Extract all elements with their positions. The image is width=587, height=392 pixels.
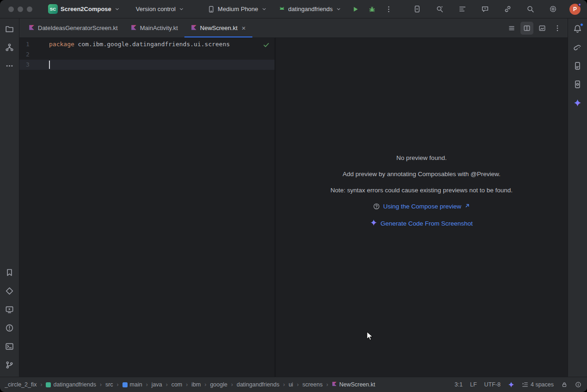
encoding-widget[interactable]: UTF-8 <box>484 381 501 388</box>
breadcrumb-item-file[interactable]: NewScreen.kt <box>332 381 375 388</box>
version-control-label: Version control <box>136 6 176 12</box>
project-folder-icon[interactable] <box>2 21 17 36</box>
structure-icon[interactable] <box>2 40 17 55</box>
project-widget[interactable]: SC Screen2Compose <box>44 2 124 16</box>
statusbar: _circle_2_fix › datingandfriends › src ›… <box>0 377 587 392</box>
gradle-icon[interactable] <box>570 40 585 55</box>
generate-code-from-screenshot-link[interactable]: Generate Code From Screenshot <box>380 220 473 227</box>
preview-title: No preview found. <box>397 154 447 161</box>
close-window-button[interactable] <box>8 6 14 12</box>
tab-label: MainActivity.kt <box>140 24 178 31</box>
zoom-window-button[interactable] <box>27 6 32 12</box>
info-circle-icon[interactable] <box>575 381 581 388</box>
tab-newscreen[interactable]: NewScreen.kt × <box>184 18 252 37</box>
device-manager-icon[interactable] <box>570 77 585 92</box>
source-root-icon <box>122 382 128 387</box>
settings-gear-icon[interactable] <box>547 3 560 16</box>
more-tool-windows-icon[interactable] <box>2 58 17 73</box>
android-app-icon <box>278 5 286 13</box>
more-actions-button[interactable] <box>382 3 395 16</box>
breadcrumb-separator: › <box>166 381 168 388</box>
indent-icon <box>522 381 528 388</box>
code-area[interactable]: package com.ibm.google.datingandfriends.… <box>49 39 275 377</box>
tab-mainactivity[interactable]: MainActivity.kt <box>124 18 184 37</box>
kotlin-file-icon <box>29 24 35 32</box>
breadcrumb-item[interactable]: java <box>152 381 162 388</box>
project-badge: SC <box>48 4 58 14</box>
version-control-widget[interactable]: Version control <box>132 3 188 15</box>
kotlin-file-icon <box>131 24 137 32</box>
ai-chat-icon[interactable] <box>479 3 492 16</box>
breadcrumb-item[interactable]: src <box>105 381 113 388</box>
device-explorer-icon[interactable] <box>570 58 585 73</box>
run-configuration-selector[interactable]: datingandfriends <box>275 2 345 16</box>
code-editor[interactable]: 1 2 3 package com.ibm.google.datingandfr… <box>19 38 275 377</box>
split-view-icon[interactable] <box>520 22 533 35</box>
breadcrumb-separator: › <box>100 381 102 388</box>
chevron-down-icon <box>178 6 184 12</box>
code-view-icon[interactable] <box>505 22 518 35</box>
breadcrumb-item[interactable]: screens <box>302 381 323 388</box>
bookmarks-icon[interactable] <box>2 265 17 280</box>
tab-dateideasgeneratorscreen[interactable]: DateIdeasGeneratorScreen.kt <box>22 18 124 37</box>
gemini-tool-icon[interactable] <box>570 95 585 110</box>
more-options-icon[interactable] <box>551 22 564 35</box>
left-tool-stripe <box>0 18 19 377</box>
breadcrumb-item[interactable]: google <box>210 381 227 388</box>
debug-button[interactable] <box>366 3 379 16</box>
version-control-icon[interactable] <box>2 357 17 372</box>
breadcrumb-item[interactable]: main <box>122 381 142 388</box>
close-tab-icon[interactable]: × <box>242 24 246 31</box>
compose-preview-docs-link[interactable]: Using the Compose preview <box>383 203 461 210</box>
logcat-icon[interactable] <box>456 3 469 16</box>
minimize-window-button[interactable] <box>18 6 23 12</box>
link-icon[interactable] <box>501 3 514 16</box>
titlebar-right-actions: P <box>411 3 582 16</box>
ai-search-icon[interactable] <box>434 3 446 16</box>
breadcrumb-separator: › <box>186 381 188 388</box>
terminal-icon[interactable] <box>2 339 17 354</box>
user-avatar[interactable]: P <box>569 4 581 15</box>
run-button[interactable] <box>349 3 362 16</box>
phone-icon <box>208 6 215 13</box>
device-selector[interactable]: Medium Phone <box>204 3 270 15</box>
running-devices-tool-icon[interactable] <box>2 302 17 317</box>
breadcrumb-separator: › <box>326 381 328 388</box>
check-icon <box>263 41 270 49</box>
right-tool-stripe <box>568 18 587 377</box>
breadcrumb: _circle_2_fix › datingandfriends › src ›… <box>5 381 375 388</box>
problems-icon[interactable] <box>2 320 17 335</box>
breadcrumb-item[interactable]: ui <box>288 381 293 388</box>
breadcrumb-item[interactable]: datingandfriends <box>237 381 279 388</box>
inspections-widget[interactable] <box>263 41 270 52</box>
line-separator-widget[interactable]: LF <box>470 381 477 388</box>
running-devices-icon[interactable] <box>411 3 424 16</box>
breadcrumb-separator: › <box>40 381 42 388</box>
design-view-icon[interactable] <box>536 22 549 35</box>
ai-status-star-icon[interactable] <box>508 381 514 388</box>
breadcrumb-separator: › <box>297 381 299 388</box>
breadcrumb-item[interactable]: ibm <box>191 381 201 388</box>
diamond-icon[interactable] <box>2 283 17 298</box>
editor-gutter[interactable]: 1 2 3 <box>19 39 49 377</box>
indent-widget[interactable]: 4 spaces <box>522 381 554 388</box>
notification-dot <box>580 23 583 26</box>
caret-position-widget[interactable]: 3:1 <box>455 381 463 388</box>
avatar-notification-dot <box>578 3 581 6</box>
notifications-bell-icon[interactable] <box>570 21 585 36</box>
search-icon[interactable] <box>524 3 537 16</box>
kotlin-file-icon <box>332 381 337 388</box>
project-name: Screen2Compose <box>61 6 111 12</box>
breadcrumb-item[interactable]: datingandfriends <box>46 381 96 388</box>
editor-mode-switcher <box>505 18 568 37</box>
breadcrumb-item[interactable]: com <box>171 381 183 388</box>
breadcrumb-separator: › <box>283 381 285 388</box>
lock-icon[interactable] <box>561 381 568 388</box>
breadcrumb-separator: › <box>231 381 233 388</box>
tab-label: NewScreen.kt <box>200 24 238 31</box>
chevron-down-icon <box>261 6 267 12</box>
window-controls <box>8 6 32 12</box>
breadcrumb-item[interactable]: _circle_2_fix <box>5 381 37 388</box>
device-selector-label: Medium Phone <box>218 6 258 12</box>
avatar-initial: P <box>573 6 577 12</box>
